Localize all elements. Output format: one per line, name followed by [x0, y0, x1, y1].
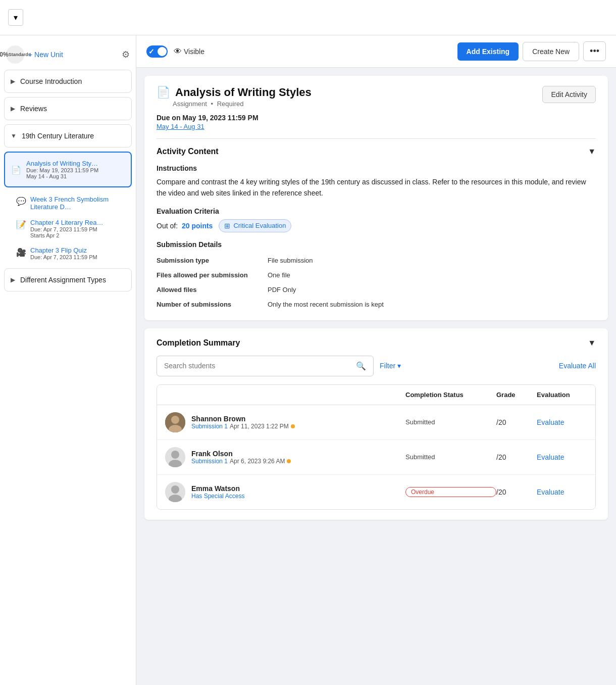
- evaluate-button[interactable]: Evaluate: [537, 453, 587, 461]
- due-date: Due on May 19, 2023 11:59 PM: [157, 114, 596, 122]
- search-students-input[interactable]: [164, 362, 352, 370]
- submission-label: Submission Details: [157, 240, 596, 249]
- add-existing-button[interactable]: Add Existing: [457, 42, 519, 61]
- sidebar-item-analysis[interactable]: 📄 Analysis of Writing Sty… Due: May 19, …: [4, 152, 132, 187]
- instructions-text: Compare and contrast the 4 key writing s…: [157, 176, 596, 199]
- visible-toggle[interactable]: ✓: [146, 45, 168, 58]
- search-icon: 🔍: [356, 361, 366, 371]
- student-name: Emma Watson: [191, 484, 244, 493]
- sidebar-item-week3[interactable]: 💬 Week 3 French Symbolism Literature D…: [4, 191, 132, 215]
- visible-text: Visible: [184, 47, 204, 56]
- sub-item-dates: Starts Apr 2: [30, 232, 104, 238]
- submission-text: Submission 1: [191, 423, 228, 430]
- sub-key-0: Submission type: [157, 255, 268, 266]
- chat-icon: 💬: [16, 197, 26, 206]
- svg-point-7: [171, 485, 179, 494]
- activity-meta: Assignment • Required: [157, 100, 312, 108]
- sidebar-item-chapter4[interactable]: 📝 Chapter 4 Literary Rea… Due: Apr 7, 20…: [4, 215, 132, 242]
- activity-type: Assignment: [173, 100, 207, 108]
- standards-label: Standards: [9, 52, 31, 57]
- eye-icon: 👁: [174, 47, 182, 56]
- new-unit-label: + New Unit: [28, 51, 63, 59]
- student-info: Frank Olson Submission 1 Apr 6, 2023 9:2…: [165, 447, 405, 467]
- sub-item-due: Due: May 19, 2023 11:59 PM: [26, 167, 98, 173]
- chevron-right-icon: ▶: [11, 105, 15, 112]
- sidebar-item-diff-types[interactable]: ▶ Different Assignment Types: [4, 268, 132, 291]
- student-info: Emma Watson Has Special Access: [165, 482, 405, 502]
- date-range[interactable]: May 14 - Aug 31: [157, 123, 596, 130]
- toggle-switch[interactable]: ✓: [146, 45, 168, 58]
- content-topbar: ✓ 👁 Visible Add Existing Create New •••: [136, 35, 616, 68]
- sub-item-dates: May 14 - Aug 31: [26, 173, 98, 179]
- standards-badge: 0% Standards: [6, 45, 24, 64]
- evaluate-button[interactable]: Evaluate: [537, 418, 587, 426]
- submission-dot: [287, 459, 291, 463]
- grade-text: /20: [496, 418, 537, 426]
- sidebar-item-19th-century[interactable]: ▼ 19th Century Literature: [4, 124, 132, 148]
- submission-table: Submission type File submission Files al…: [157, 255, 596, 310]
- col-header-name: [165, 391, 405, 399]
- content-section-title: Activity Content: [157, 147, 219, 156]
- activity-card: 📄 Analysis of Writing Styles Assignment …: [144, 76, 608, 320]
- sub-item-content: Chapter 4 Literary Rea… Due: Apr 7, 2023…: [30, 219, 104, 238]
- check-icon: ✓: [148, 47, 155, 56]
- sidebar: 0% Standards + New Unit ⚙ ▶ Course Intro…: [0, 35, 136, 685]
- edit-activity-button[interactable]: Edit Activity: [542, 86, 596, 103]
- sub-key-3: Number of submissions: [157, 299, 268, 310]
- video-icon: 🎥: [16, 248, 26, 257]
- new-unit-button[interactable]: + New Unit: [28, 51, 63, 59]
- evaluate-button[interactable]: Evaluate: [537, 488, 587, 496]
- chevron-down-button[interactable]: ▾: [8, 9, 23, 26]
- more-options-button[interactable]: •••: [583, 41, 606, 61]
- completion-section-header: Completion Summary ▼: [157, 338, 596, 348]
- sidebar-item-reviews[interactable]: ▶ Reviews: [4, 97, 132, 120]
- svg-point-1: [171, 416, 179, 424]
- student-name: Shannon Brown: [191, 415, 295, 423]
- sub-item-content: Chapter 3 Flip Quiz Due: Apr 7, 2023 11:…: [30, 247, 97, 260]
- student-name: Frank Olson: [191, 450, 291, 458]
- filter-button[interactable]: Filter ▾: [380, 362, 401, 370]
- student-details: Shannon Brown Submission 1 Apr 11, 2023 …: [191, 415, 295, 430]
- points-prefix: Out of:: [157, 222, 178, 230]
- sub-key-2: Allowed files: [157, 284, 268, 296]
- sidebar-item-course-intro[interactable]: ▶ Course Introduction: [4, 70, 132, 93]
- evaluate-all-button[interactable]: Evaluate All: [559, 362, 596, 370]
- standards-percent: 0%: [0, 51, 9, 58]
- dot-separator: •: [211, 100, 214, 108]
- sidebar-header: 0% Standards + New Unit ⚙: [4, 41, 132, 70]
- main-layout: 0% Standards + New Unit ⚙ ▶ Course Intro…: [0, 35, 616, 685]
- sub-val-1: One file: [268, 269, 596, 281]
- submission-link[interactable]: Submission 1 Apr 6, 2023 9:26 AM: [191, 458, 291, 465]
- sub-key-1: Files allowed per submission: [157, 269, 268, 281]
- eval-label: Evaluation Criteria: [157, 207, 596, 215]
- sidebar-item-chapter3[interactable]: 🎥 Chapter 3 Flip Quiz Due: Apr 7, 2023 1…: [4, 242, 132, 264]
- activity-icon: 📄: [157, 86, 170, 99]
- grid-icon: ⊞: [224, 222, 230, 230]
- submission-link[interactable]: Submission 1 Apr 11, 2023 1:22 PM: [191, 423, 295, 430]
- special-access-link[interactable]: Has Special Access: [191, 493, 244, 500]
- sub-item-title: Chapter 3 Flip Quiz: [30, 247, 97, 254]
- search-box[interactable]: 🔍: [157, 356, 374, 376]
- table-row: Emma Watson Has Special Access Overdue /…: [157, 475, 595, 509]
- search-filter-row: 🔍 Filter ▾ Evaluate All: [157, 356, 596, 376]
- sidebar-item-label: Reviews: [20, 105, 47, 113]
- completion-summary-card: Completion Summary ▼ 🔍 Filter ▾ Evaluate…: [144, 328, 608, 520]
- sub-item-title: Chapter 4 Literary Rea…: [30, 219, 104, 226]
- top-chrome-bar: ▾: [0, 0, 616, 35]
- completion-collapse-icon[interactable]: ▼: [588, 338, 596, 348]
- collapse-icon[interactable]: ▼: [588, 147, 596, 156]
- submission-dot: [291, 424, 295, 428]
- avatar: [165, 447, 185, 467]
- special-access-text: Has Special Access: [191, 493, 244, 500]
- create-new-button[interactable]: Create New: [523, 42, 579, 61]
- completion-status: Submitted: [405, 418, 496, 426]
- critical-evaluation-tag[interactable]: ⊞ Critical Evaluation: [219, 219, 291, 232]
- instructions-label: Instructions: [157, 164, 596, 172]
- col-header-status: Completion Status: [405, 391, 496, 399]
- gear-icon[interactable]: ⚙: [122, 49, 130, 60]
- chevron-right-icon: ▶: [11, 276, 15, 283]
- sub-val-2: PDF Only: [268, 284, 596, 296]
- submission-date: Apr 6, 2023 9:26 AM: [230, 458, 285, 465]
- points-value: 20 points: [182, 222, 213, 230]
- activity-title: Analysis of Writing Styles: [175, 86, 312, 99]
